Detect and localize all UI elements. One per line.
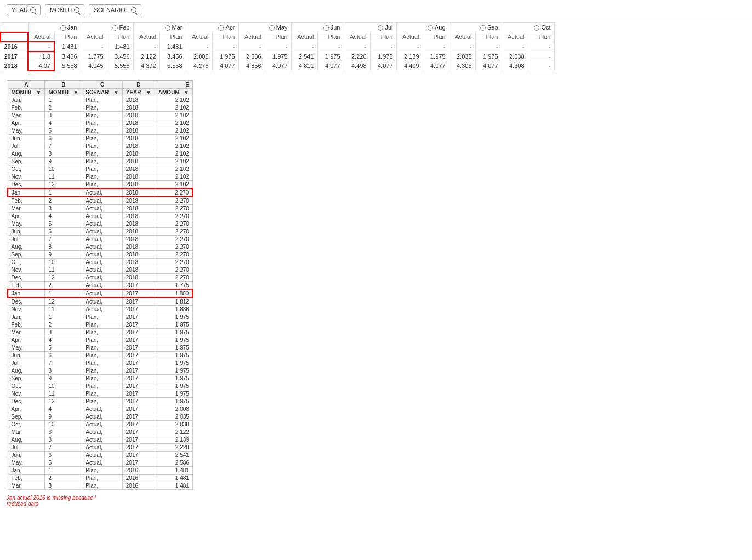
filter-icon-jul xyxy=(378,25,383,31)
actual-cell: 4.811 xyxy=(291,61,317,71)
ss-cell-d: 2018 xyxy=(122,236,155,243)
ss-cell-e: 2.102 xyxy=(155,181,192,189)
ss-cell-a: Nov, xyxy=(8,173,45,181)
ss-data-row: Feb,2Plan,20161.481 xyxy=(8,475,192,482)
actual-cell: - xyxy=(238,42,265,52)
ss-data-row: Oct,10Actual,20172.038 xyxy=(8,421,192,428)
plan-cell: 1.975 xyxy=(265,52,291,61)
ss-cell-e: 2.270 xyxy=(155,259,192,266)
month-header-row: JanFebMarAprMayJunJulAugSepOct xyxy=(1,23,554,32)
filter-icon-aug xyxy=(428,25,433,31)
subheader-jan-actual: Actual xyxy=(28,32,54,42)
ss-cell-a: Jul, xyxy=(8,236,45,243)
empty-corner xyxy=(1,23,28,32)
ss-cell-c: Actual, xyxy=(82,205,122,213)
ss-cell-e: 2.139 xyxy=(155,436,192,444)
ss-cell-d: 2017 xyxy=(122,298,155,306)
filter-icon-apr xyxy=(218,25,224,31)
ss-cell-d: 2018 xyxy=(122,150,155,158)
col-header-name-4[interactable]: AMOUN_ ▼ xyxy=(155,89,192,96)
ss-cell-c: Actual, xyxy=(82,259,122,266)
ss-data-row: Feb,2Actual,20182.270 xyxy=(8,197,192,205)
ss-cell-b: 3 xyxy=(45,482,82,490)
ss-cell-e: 1.775 xyxy=(155,282,192,290)
col-header-name-3[interactable]: YEAR_ ▼ xyxy=(122,89,155,96)
ss-cell-b: 12 xyxy=(45,274,82,282)
ss-cell-a: Oct, xyxy=(8,382,45,390)
year-search-icon xyxy=(30,7,36,13)
ss-cell-a: May, xyxy=(8,220,45,228)
col-header-name-2[interactable]: SCENAR_ ▼ xyxy=(82,89,122,96)
ss-cell-c: Actual, xyxy=(82,289,122,298)
col-header-letter-B: B xyxy=(45,81,82,89)
filter-icon-jan xyxy=(60,25,66,31)
subheader-may-actual: Actual xyxy=(238,32,265,42)
ss-cell-d: 2017 xyxy=(122,452,155,459)
col-header-name-0[interactable]: MONTH_ ▼ xyxy=(8,89,45,96)
actual-cell: 2.008 xyxy=(186,52,212,61)
ss-cell-c: Actual, xyxy=(82,444,122,452)
ss-cell-b: 4 xyxy=(45,405,82,413)
month-filter[interactable]: MONTH xyxy=(45,4,84,15)
ss-data-row: Apr,4Plan,20182.102 xyxy=(8,119,192,127)
ss-cell-a: Sep, xyxy=(8,413,45,421)
ss-cell-c: Plan, xyxy=(82,104,122,112)
ss-cell-e: 2.102 xyxy=(155,173,192,181)
ss-data-row: Nov,11Plan,20182.102 xyxy=(8,173,192,181)
ss-cell-e: 2.102 xyxy=(155,158,192,165)
ss-cell-e: 1.975 xyxy=(155,329,192,336)
pivot-row: 2016-1.481-1.481-1.481-------------- xyxy=(1,42,554,52)
ss-data-row: Jan,1Plan,20171.975 xyxy=(8,313,192,321)
col-header-letter-E: E xyxy=(155,81,192,89)
empty-sub xyxy=(1,32,28,42)
ss-cell-e: 2.102 xyxy=(155,96,192,104)
subheader-jul-plan: Plan xyxy=(370,32,396,42)
ss-cell-e: 1.481 xyxy=(155,467,192,475)
ss-cell-a: Feb, xyxy=(8,197,45,205)
ss-cell-c: Actual, xyxy=(82,266,122,274)
col-header-letter-A: A xyxy=(8,81,45,89)
ss-cell-b: 9 xyxy=(45,158,82,165)
subheader-aug-actual: Actual xyxy=(396,32,423,42)
ss-cell-a: Dec, xyxy=(8,181,45,189)
ss-cell-a: Apr, xyxy=(8,405,45,413)
subheader-jul-actual: Actual xyxy=(344,32,370,42)
ss-cell-a: Jan, xyxy=(8,467,45,475)
ss-cell-d: 2017 xyxy=(122,375,155,382)
month-label-mar: Mar xyxy=(172,24,183,31)
ss-cell-d: 2018 xyxy=(122,135,155,142)
ss-cell-d: 2017 xyxy=(122,413,155,421)
ss-cell-a: Oct, xyxy=(8,259,45,266)
actual-cell: 2.038 xyxy=(502,52,528,61)
ss-cell-d: 2018 xyxy=(122,119,155,127)
ss-cell-e: 2.102 xyxy=(155,119,192,127)
actual-cell: 4.045 xyxy=(81,61,107,71)
ss-cell-e: 2.035 xyxy=(155,413,192,421)
ss-data-row: Nov,11Actual,20171.886 xyxy=(8,306,192,313)
ss-cell-a: May, xyxy=(8,344,45,352)
month-header-jan: Jan xyxy=(28,23,81,32)
ss-cell-a: Jun, xyxy=(8,135,45,142)
ss-cell-b: 1 xyxy=(45,188,82,197)
plan-cell: 5.558 xyxy=(159,61,186,71)
month-header-feb: Feb xyxy=(81,23,133,32)
ss-cell-b: 2 xyxy=(45,321,82,329)
ss-data-row: Jun,6Actual,20182.270 xyxy=(8,228,192,236)
scenario-filter[interactable]: SCENARIO_ xyxy=(89,4,141,15)
actual-cell: 2.122 xyxy=(133,52,159,61)
ss-data-row: Jan,1Actual,20182.270 xyxy=(8,188,192,197)
ss-cell-c: Actual, xyxy=(82,213,122,220)
pivot-row: 20184.075.5584.0455.5584.3925.5584.2784.… xyxy=(1,61,554,71)
ss-cell-d: 2018 xyxy=(122,142,155,150)
plan-cell: 3.456 xyxy=(107,52,133,61)
year-cell: 2016 xyxy=(1,42,28,52)
ss-cell-c: Actual, xyxy=(82,236,122,243)
ss-data-row: Mar,3Plan,20171.975 xyxy=(8,329,192,336)
actual-cell: 4.278 xyxy=(186,61,212,71)
year-filter[interactable]: YEAR xyxy=(7,4,41,15)
month-header-oct: Oct xyxy=(502,23,554,32)
actual-cell: 2.139 xyxy=(396,52,423,61)
ss-cell-b: 10 xyxy=(45,259,82,266)
ss-data-row: Jan,1Plan,20182.102 xyxy=(8,96,192,104)
col-header-name-1[interactable]: MONTH_ ▼ xyxy=(45,89,82,96)
